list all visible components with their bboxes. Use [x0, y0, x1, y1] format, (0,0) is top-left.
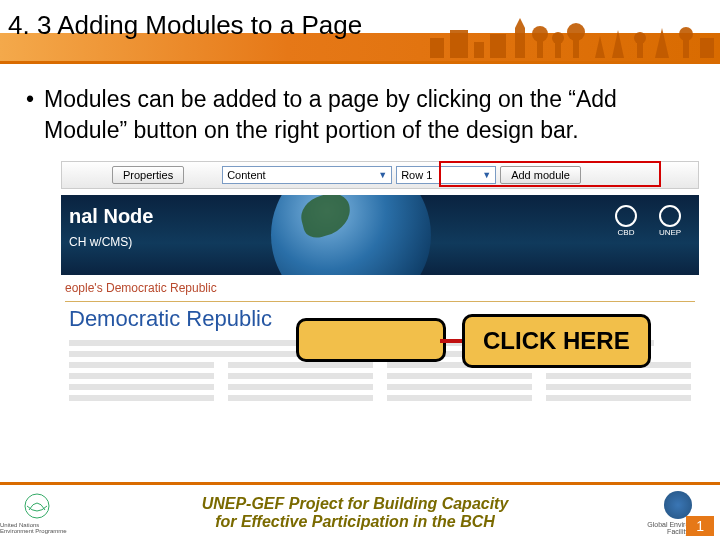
content-select-value: Content	[227, 169, 266, 181]
footer-line2: for Effective Participation in the BCH	[74, 513, 636, 531]
banner-subtitle-fragment: CH w/CMS)	[61, 233, 140, 251]
banner-title-fragment: nal Node	[61, 201, 161, 232]
properties-button[interactable]: Properties	[112, 166, 184, 184]
svg-rect-13	[683, 38, 689, 58]
cbd-logo-icon: CBD	[609, 205, 643, 239]
svg-point-17	[25, 494, 49, 518]
svg-rect-7	[555, 40, 561, 58]
unep-logo-icon: UNEP	[653, 205, 687, 239]
footer-line1: UNEP-GEF Project for Building Capacity	[74, 495, 636, 513]
svg-rect-5	[537, 38, 543, 58]
unep-logo-icon	[23, 492, 51, 520]
bullet-text: Modules can be added to a page by clicki…	[44, 84, 700, 146]
page-number: 1	[686, 516, 714, 536]
section-title: 4. 3 Adding Modules to a Page	[0, 0, 720, 41]
slide-footer: United Nations Environment Programme UNE…	[0, 482, 720, 540]
breadcrumb[interactable]: eople's Democratic Republic	[61, 275, 699, 301]
row-select-value: Row 1	[401, 169, 432, 181]
click-here-callout: CLICK HERE	[462, 314, 651, 368]
slide-header: 4. 3 Adding Modules to a Page	[0, 0, 720, 64]
globe-icon	[271, 195, 431, 275]
bullet-item: • Modules can be added to a page by clic…	[20, 84, 700, 146]
svg-rect-14	[700, 38, 714, 58]
gef-logo-icon	[664, 491, 692, 519]
site-banner: nal Node CH w/CMS) CBD UNEP	[61, 195, 699, 275]
banner-logos: CBD UNEP	[609, 205, 687, 239]
footer-project-title: UNEP-GEF Project for Building Capacity f…	[74, 495, 636, 531]
callout-source-box	[296, 318, 446, 362]
footer-left-caption: United Nations Environment Programme	[0, 522, 74, 534]
svg-rect-11	[637, 40, 643, 58]
callout-label: CLICK HERE	[483, 327, 630, 354]
content-select[interactable]: Content ▼	[222, 166, 392, 184]
footer-left-logo: United Nations Environment Programme	[0, 492, 74, 534]
svg-rect-0	[430, 38, 444, 58]
chevron-down-icon: ▼	[378, 170, 387, 180]
bullet-dot-icon: •	[26, 84, 34, 146]
embedded-screenshot: Properties Content ▼ Row 1 ▼ Add module …	[60, 160, 700, 411]
highlight-box-toolbar	[439, 161, 661, 187]
svg-rect-2	[474, 42, 484, 58]
